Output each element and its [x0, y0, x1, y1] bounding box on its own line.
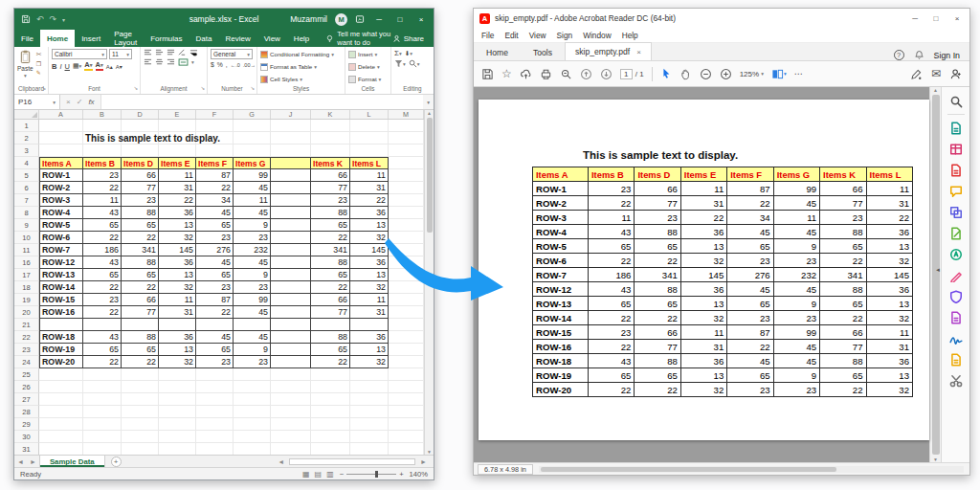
format-cells-button[interactable]: Format▾ [348, 74, 388, 84]
menu-tab-file[interactable]: File [14, 30, 40, 47]
grid-cell[interactable]: 36 [350, 207, 389, 219]
grid-cell[interactable]: 22 [311, 356, 350, 368]
shrink-font-button[interactable]: A▾ [116, 63, 122, 70]
grid-cell[interactable]: 45 [196, 256, 234, 269]
grid-cell[interactable] [39, 120, 83, 132]
grid-cell[interactable]: 23 [196, 356, 234, 368]
redo-icon[interactable]: ↷ [50, 14, 57, 24]
grid-cell[interactable]: 87 [196, 169, 234, 182]
grid-cell[interactable]: 9 [234, 219, 271, 232]
hscroll-right-icon[interactable]: ► [417, 458, 430, 465]
scroll-up-icon[interactable]: ▲ [427, 110, 432, 116]
number-format-select[interactable]: General▾ [211, 49, 253, 59]
grid-cell[interactable] [350, 443, 389, 455]
grid-cell[interactable]: ROW-16 [39, 306, 83, 319]
grid-cell[interactable]: 77 [122, 182, 159, 194]
grid-cell[interactable] [159, 431, 196, 443]
pdf-table-cell[interactable]: ROW-12 [533, 282, 589, 297]
pdf-table-cell[interactable]: 43 [589, 225, 635, 239]
acrobat-minimize-button[interactable]: ─ [908, 14, 922, 23]
grid-cell[interactable] [389, 244, 424, 256]
grid-cell[interactable]: 22 [83, 306, 122, 319]
pdf-table-cell[interactable]: 9 [773, 239, 819, 254]
sheet-nav-right-icon[interactable]: ► [27, 458, 39, 465]
row-header-31[interactable]: 31 [14, 443, 39, 455]
grid-cell[interactable] [122, 393, 159, 406]
grid-cell[interactable]: 45 [234, 182, 271, 194]
grid-cell[interactable] [122, 145, 159, 157]
percent-style-button[interactable]: % [217, 61, 223, 68]
grid-cell[interactable] [389, 219, 424, 232]
user-avatar[interactable]: M [335, 13, 347, 26]
save-icon[interactable] [21, 14, 31, 24]
cell-styles-button[interactable]: Cell Styles▾ [260, 74, 342, 84]
grid-cell[interactable]: 23 [83, 169, 122, 182]
grid-cell[interactable] [271, 244, 311, 256]
row-header-20[interactable]: 20 [14, 306, 39, 319]
grid-cell[interactable] [271, 431, 311, 443]
row-header-3[interactable]: 3 [14, 145, 39, 157]
grid-cell[interactable]: 22 [196, 182, 234, 194]
acrobat-menu-view[interactable]: View [529, 31, 546, 40]
grid-cell[interactable] [389, 120, 424, 132]
grid-cell[interactable] [83, 319, 122, 331]
grid-cell[interactable]: 88 [311, 331, 350, 344]
acrobat-maximize-button[interactable]: □ [929, 14, 943, 23]
grid-cell[interactable]: 43 [83, 331, 122, 344]
row-header-1[interactable]: 1 [14, 120, 39, 132]
close-tab-icon[interactable]: × [636, 48, 641, 56]
scrollbar-thumb[interactable] [427, 118, 433, 233]
grid-cell[interactable] [196, 120, 234, 132]
grid-cell[interactable] [350, 120, 389, 132]
column-header-D[interactable]: D [122, 110, 159, 119]
grid-cell[interactable] [39, 406, 83, 418]
save-file-icon[interactable] [481, 68, 494, 80]
grid-cell[interactable]: ROW-2 [39, 182, 83, 194]
column-header-B[interactable]: B [83, 110, 122, 119]
grid-cell[interactable]: ROW-12 [39, 256, 83, 269]
grid-cell[interactable]: 22 [311, 232, 350, 244]
grid-cell[interactable]: 65 [122, 344, 159, 356]
grid-cell[interactable]: 23 [196, 281, 234, 294]
row-header-25[interactable]: 25 [14, 368, 39, 381]
menu-tab-review[interactable]: Review [218, 30, 256, 47]
insert-function-icon[interactable]: fx [88, 98, 94, 106]
underline-button[interactable]: U [65, 62, 70, 71]
grid-cell[interactable] [83, 406, 122, 418]
sign-in-button[interactable]: Sign In [934, 51, 960, 60]
pdf-table-cell[interactable]: ROW-14 [533, 311, 589, 325]
grid-cell[interactable] [39, 393, 83, 406]
grid-cell[interactable]: ROW-19 [39, 344, 83, 356]
acrobat-tab-home[interactable]: Home [474, 43, 521, 61]
pdf-table-cell[interactable]: 88 [635, 354, 680, 368]
grid-cell[interactable]: 9 [234, 269, 271, 281]
pdf-table-cell[interactable]: 23 [727, 311, 773, 325]
acrobat-menu-edit[interactable]: Edit [504, 31, 518, 40]
grid-cell[interactable] [39, 381, 83, 393]
create-pdf-icon[interactable] [947, 162, 964, 178]
account-person-icon[interactable] [949, 68, 962, 80]
grid-cell[interactable]: 32 [350, 281, 389, 294]
grid-cell[interactable]: 22 [311, 281, 350, 294]
grid-cell[interactable]: 22 [83, 356, 122, 368]
grid-cell[interactable]: 23 [311, 194, 350, 207]
grid-cell[interactable]: Items G [234, 157, 271, 169]
hand-tool-icon[interactable] [679, 68, 692, 80]
sort-filter-icon[interactable]: ▾ [394, 59, 406, 68]
grid-cell[interactable] [196, 431, 234, 443]
format-as-table-button[interactable]: Format as Table▾ [260, 61, 342, 72]
ribbon-display-options-icon[interactable] [355, 14, 365, 24]
grid-cell[interactable]: 276 [196, 244, 234, 256]
grid-cell[interactable] [389, 256, 424, 269]
grid-cell[interactable]: 99 [234, 294, 271, 306]
column-header-A[interactable]: A [39, 110, 83, 119]
zoom-out-icon[interactable] [700, 68, 712, 80]
pdf-table-cell[interactable]: 88 [635, 282, 680, 297]
grid-cell[interactable] [234, 418, 271, 431]
column-header-E[interactable]: E [159, 110, 196, 119]
scan-ocr-icon[interactable] [947, 246, 964, 262]
align-top-icon[interactable] [144, 49, 152, 56]
zoom-slider-thumb[interactable] [375, 471, 378, 478]
pdf-table-cell[interactable]: 88 [635, 225, 680, 239]
grid-cell[interactable]: 65 [311, 344, 350, 356]
